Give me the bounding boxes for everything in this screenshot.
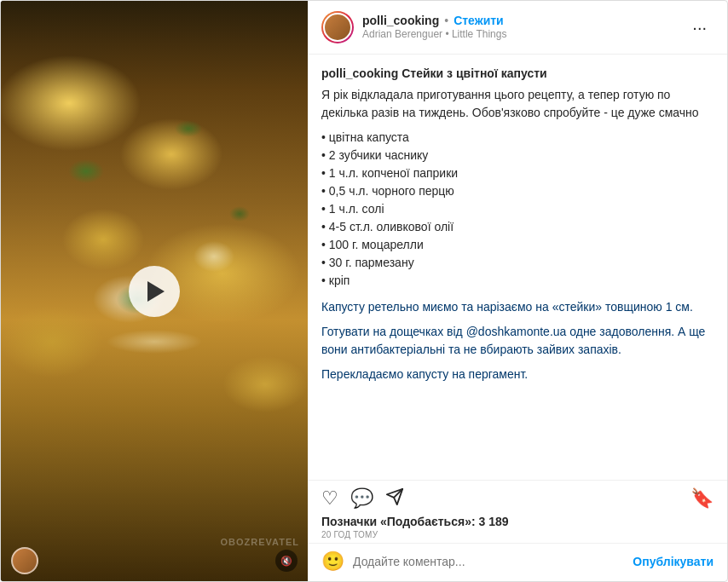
comment-button[interactable]: 💬 bbox=[350, 489, 373, 508]
comment-input-row: 🙂 Опублікувати bbox=[308, 543, 727, 581]
list-item: 1 ч.л. солі bbox=[321, 200, 714, 218]
list-item: 2 зубчики часнику bbox=[321, 147, 714, 164]
instruction-1: Капусту ретельно миємо та нарізаємо на «… bbox=[321, 298, 714, 316]
post-username[interactable]: polli_cooking bbox=[362, 13, 439, 28]
list-item: 0,5 ч.л. чорного перцю bbox=[321, 182, 714, 200]
header-text: polli_cooking • Стежити Adrian Berenguer… bbox=[362, 13, 685, 42]
like-button[interactable]: ♡ bbox=[321, 489, 338, 508]
list-item: 30 г. пармезану bbox=[321, 254, 714, 272]
likes-count: 3 189 bbox=[479, 515, 509, 528]
sub-line: Adrian Berenguer • Little Things bbox=[362, 28, 685, 42]
caption-username[interactable]: polli_cooking bbox=[321, 66, 398, 80]
post-caption: polli_cookingСтейки з цвітної капусти Я … bbox=[308, 55, 727, 480]
bookmark-button[interactable]: 🔖 bbox=[690, 487, 714, 510]
more-options-button[interactable]: ··· bbox=[685, 14, 714, 41]
list-item: кріп bbox=[321, 272, 714, 290]
instruction-2: Готувати на дощечках від @doshkamonte.ua… bbox=[321, 323, 714, 359]
ingredients-list: цвітна капуста2 зубчики часнику1 ч.л. ко… bbox=[321, 129, 714, 290]
comment-input[interactable] bbox=[353, 555, 624, 568]
post-media: OBOZREVATEL 🔇 bbox=[1, 1, 308, 581]
avatar-ring bbox=[321, 11, 354, 43]
likes-label: Позначки «Подобається»: bbox=[321, 515, 476, 528]
emoji-button[interactable]: 🙂 bbox=[321, 550, 344, 573]
post-card: OBOZREVATEL 🔇 polli_cooking • Стежити Ad… bbox=[0, 0, 728, 582]
action-icons-row: ♡ 💬 🔖 bbox=[321, 487, 714, 510]
caption-intro: Я рік відкладала приготування цього реце… bbox=[321, 86, 714, 122]
avatar bbox=[323, 13, 352, 42]
volume-button[interactable]: 🔇 bbox=[275, 550, 298, 572]
likes-row: Позначки «Подобається»: 3 189 bbox=[321, 515, 714, 528]
media-bottom-bar: 🔇 bbox=[1, 540, 308, 581]
dot-separator: • bbox=[444, 13, 448, 28]
list-item: цвітна капуста bbox=[321, 129, 714, 147]
publish-button[interactable]: Опублікувати bbox=[633, 555, 714, 568]
caption-header: polli_cookingСтейки з цвітної капусти bbox=[321, 65, 714, 83]
list-item: 1 ч.л. копченої паприки bbox=[321, 164, 714, 182]
list-item: 100 г. моцарелли bbox=[321, 236, 714, 254]
post-header: polli_cooking • Стежити Adrian Berenguer… bbox=[308, 1, 727, 55]
share-button[interactable] bbox=[385, 487, 404, 510]
play-button[interactable] bbox=[129, 266, 180, 317]
caption-title: Стейки з цвітної капусти bbox=[402, 66, 546, 80]
media-avatar bbox=[11, 547, 38, 574]
follow-button[interactable]: Стежити bbox=[454, 14, 504, 27]
play-icon bbox=[147, 281, 165, 302]
time-ago: 20 ГОД ТОМУ bbox=[321, 530, 714, 539]
post-actions: ♡ 💬 🔖 Позначки «Подобається»: 3 189 20 Г… bbox=[308, 480, 727, 543]
list-item: 4-5 ст.л. оливкової олії bbox=[321, 218, 714, 236]
post-content: polli_cooking • Стежити Adrian Berenguer… bbox=[308, 1, 727, 581]
instruction-3: Перекладаємо капусту на пергамент. bbox=[321, 366, 714, 383]
